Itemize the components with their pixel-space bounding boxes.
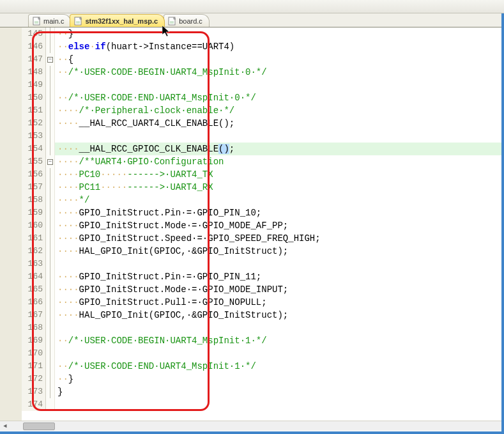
code-text[interactable]: ····HAL_GPIO_Init(GPIOC,·&GPIO_InitStruc… bbox=[55, 309, 288, 322]
fold-gutter bbox=[46, 322, 55, 334]
code-text[interactable]: ····PC11·····------>·UART4_RX bbox=[55, 181, 213, 194]
horizontal-scrollbar[interactable]: ◄ bbox=[0, 421, 504, 431]
fold-gutter bbox=[46, 309, 55, 322]
line-number: 173 bbox=[22, 385, 46, 398]
c-file-icon bbox=[33, 17, 42, 26]
line-number: 157 bbox=[22, 181, 46, 194]
code-line[interactable]: 146··else·if(huart->Instance==UART4) bbox=[22, 40, 504, 53]
line-number: 170 bbox=[22, 347, 46, 360]
code-line[interactable]: 171··/*·USER·CODE·END·UART4_MspInit·1·*/ bbox=[22, 360, 504, 373]
code-line[interactable]: 172··} bbox=[22, 373, 504, 385]
line-number: 152 bbox=[22, 117, 46, 130]
code-line[interactable]: 167····HAL_GPIO_Init(GPIOC,·&GPIO_InitSt… bbox=[22, 309, 504, 322]
fold-gutter bbox=[46, 232, 55, 245]
scroll-thumb[interactable] bbox=[23, 422, 55, 430]
code-line[interactable]: 160····GPIO_InitStruct.Mode·=·GPIO_MODE_… bbox=[22, 219, 504, 232]
code-line[interactable]: 165····GPIO_InitStruct.Mode·=·GPIO_MODE_… bbox=[22, 283, 504, 296]
code-line[interactable]: 162····HAL_GPIO_Init(GPIOC,·&GPIO_InitSt… bbox=[22, 245, 504, 258]
code-text[interactable]: ····/**UART4·GPIO·Configuration bbox=[55, 155, 224, 168]
code-line[interactable]: 173} bbox=[22, 385, 504, 398]
code-line[interactable]: 153 bbox=[22, 130, 504, 143]
fold-gutter bbox=[46, 40, 55, 53]
fold-toggle-icon[interactable]: − bbox=[47, 159, 53, 165]
line-number: 154 bbox=[22, 143, 46, 155]
code-text[interactable]: ····GPIO_InitStruct.Mode·=·GPIO_MODE_AF_… bbox=[55, 219, 288, 232]
code-line[interactable]: 161····GPIO_InitStruct.Speed·=·GPIO_SPEE… bbox=[22, 232, 504, 245]
code-line[interactable]: 169··/*·USER·CODE·BEGIN·UART4_MspInit·1·… bbox=[22, 334, 504, 347]
code-text[interactable]: ··else·if(huart->Instance==UART4) bbox=[55, 40, 234, 53]
code-text[interactable]: ··/*·USER·CODE·END·UART4_MspInit·1·*/ bbox=[55, 360, 256, 373]
code-text[interactable]: ····GPIO_InitStruct.Speed·=·GPIO_SPEED_F… bbox=[55, 232, 321, 245]
code-text[interactable]: } bbox=[55, 385, 63, 398]
code-line[interactable]: 152····__HAL_RCC_UART4_CLK_ENABLE(); bbox=[22, 117, 504, 130]
line-number: 146 bbox=[22, 40, 46, 53]
code-line[interactable]: 157····PC11·····------>·UART4_RX bbox=[22, 181, 504, 194]
top-toolbar-strip bbox=[0, 0, 504, 13]
code-line[interactable]: 170 bbox=[22, 347, 504, 360]
code-text[interactable]: ····GPIO_InitStruct.Pull·=·GPIO_NOPULL; bbox=[55, 296, 267, 309]
code-editor[interactable]: 145··}146··else·if(huart->Instance==UART… bbox=[22, 27, 504, 421]
fold-gutter bbox=[46, 347, 55, 360]
tab-label: board.c bbox=[179, 17, 202, 25]
code-line[interactable]: 148··/*·USER·CODE·BEGIN·UART4_MspInit·0·… bbox=[22, 66, 504, 79]
code-line[interactable]: 158····*/ bbox=[22, 194, 504, 206]
code-text[interactable]: ··/*·USER·CODE·BEGIN·UART4_MspInit·1·*/ bbox=[55, 334, 267, 347]
line-number: 158 bbox=[22, 194, 46, 206]
code-line[interactable]: 159····GPIO_InitStruct.Pin·=·GPIO_PIN_10… bbox=[22, 206, 504, 219]
code-line[interactable]: 166····GPIO_InitStruct.Pull·=·GPIO_NOPUL… bbox=[22, 296, 504, 309]
code-text[interactable]: ····__HAL_RCC_UART4_CLK_ENABLE(); bbox=[55, 117, 234, 130]
code-text[interactable]: ··/*·USER·CODE·BEGIN·UART4_MspInit·0·*/ bbox=[55, 66, 267, 79]
line-number: 164 bbox=[22, 270, 46, 283]
scroll-left-arrow[interactable]: ◄ bbox=[0, 421, 10, 431]
line-number: 168 bbox=[22, 322, 46, 334]
window-right-border bbox=[501, 13, 504, 434]
code-text[interactable]: ····GPIO_InitStruct.Pin·=·GPIO_PIN_11; bbox=[55, 270, 261, 283]
code-text[interactable]: ····HAL_GPIO_Init(GPIOC,·&GPIO_InitStruc… bbox=[55, 245, 288, 258]
code-text[interactable]: ··} bbox=[55, 27, 73, 40]
code-line[interactable]: 154····__HAL_RCC_GPIOC_CLK_ENABLE(); bbox=[22, 143, 504, 155]
line-number: 151 bbox=[22, 104, 46, 117]
tab-stm32-hal-msp-c[interactable]: stm32f1xx_hal_msp.c bbox=[70, 14, 165, 27]
svg-rect-5 bbox=[170, 21, 174, 24]
fold-gutter bbox=[46, 91, 55, 104]
code-text[interactable]: ····/*·Peripheral·clock·enable·*/ bbox=[55, 104, 234, 117]
fold-gutter bbox=[46, 27, 55, 40]
code-line[interactable]: 149 bbox=[22, 79, 504, 91]
code-text[interactable]: ····GPIO_InitStruct.Mode·=·GPIO_MODE_INP… bbox=[55, 283, 288, 296]
line-number: 145 bbox=[22, 27, 46, 40]
code-line[interactable]: 147−··{ bbox=[22, 53, 504, 66]
line-number: 156 bbox=[22, 168, 46, 181]
code-text[interactable]: ··{ bbox=[55, 53, 73, 66]
code-line[interactable]: 174 bbox=[22, 398, 504, 411]
code-line[interactable]: 164····GPIO_InitStruct.Pin·=·GPIO_PIN_11… bbox=[22, 270, 504, 283]
code-text[interactable]: ····*/ bbox=[55, 194, 89, 206]
code-text[interactable]: ····PC10·····------>·UART4_TX bbox=[55, 168, 213, 181]
fold-gutter[interactable]: − bbox=[46, 53, 55, 66]
code-text[interactable]: ····__HAL_RCC_GPIOC_CLK_ENABLE(); bbox=[55, 143, 234, 155]
fold-gutter bbox=[46, 143, 55, 155]
code-line[interactable]: 150··/*·USER·CODE·END·UART4_MspInit·0·*/ bbox=[22, 91, 504, 104]
code-line[interactable]: 156····PC10·····------>·UART4_TX bbox=[22, 168, 504, 181]
svg-rect-1 bbox=[34, 21, 38, 24]
tab-main-c[interactable]: main.c bbox=[28, 14, 71, 27]
tab-label: main.c bbox=[43, 17, 64, 25]
code-line[interactable]: 163 bbox=[22, 258, 504, 270]
line-number: 161 bbox=[22, 232, 46, 245]
fold-gutter bbox=[46, 283, 55, 296]
tab-bar: main.c stm32f1xx_hal_msp.c board.c bbox=[0, 13, 504, 27]
fold-toggle-icon[interactable]: − bbox=[47, 57, 53, 63]
code-line[interactable]: 151····/*·Peripheral·clock·enable·*/ bbox=[22, 104, 504, 117]
fold-gutter bbox=[46, 117, 55, 130]
fold-gutter bbox=[46, 66, 55, 79]
code-text[interactable]: ····GPIO_InitStruct.Pin·=·GPIO_PIN_10; bbox=[55, 206, 261, 219]
tab-board-c[interactable]: board.c bbox=[164, 14, 210, 27]
line-number: 169 bbox=[22, 334, 46, 347]
code-text[interactable]: ··/*·USER·CODE·END·UART4_MspInit·0·*/ bbox=[55, 91, 256, 104]
fold-gutter[interactable]: − bbox=[46, 155, 55, 168]
c-file-icon bbox=[74, 17, 83, 26]
code-text[interactable]: ··} bbox=[55, 373, 73, 385]
code-line[interactable]: 155−····/**UART4·GPIO·Configuration bbox=[22, 155, 504, 168]
code-line[interactable]: 168 bbox=[22, 322, 504, 334]
code-line[interactable]: 145··} bbox=[22, 27, 504, 40]
line-number: 166 bbox=[22, 296, 46, 309]
